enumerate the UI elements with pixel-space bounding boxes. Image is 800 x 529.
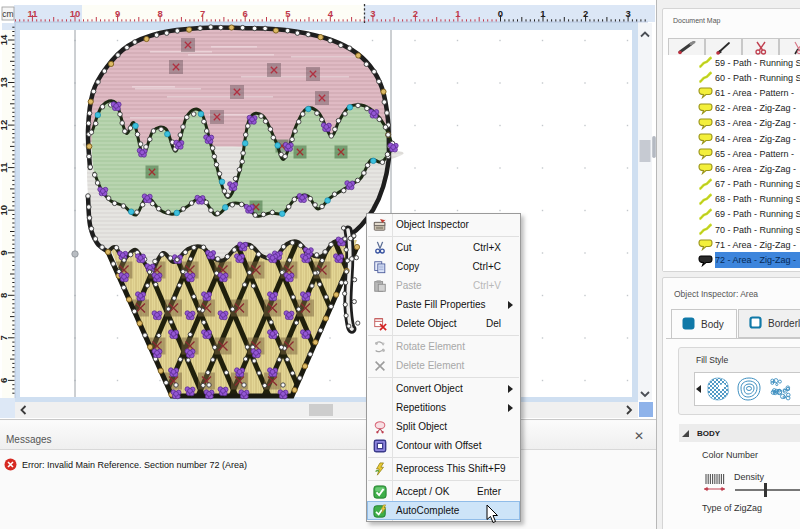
svg-text:10: 10 — [0, 205, 9, 216]
svg-text:cm: cm — [2, 9, 13, 19]
svg-text:3: 3 — [370, 8, 375, 19]
svg-text:14: 14 — [0, 34, 9, 45]
svg-text:2: 2 — [413, 8, 418, 19]
svg-text:13: 13 — [0, 77, 9, 88]
svg-text:12: 12 — [0, 120, 9, 131]
svg-text:11: 11 — [0, 162, 9, 173]
svg-text:1: 1 — [455, 8, 461, 19]
svg-text:1: 1 — [540, 8, 546, 19]
svg-text:3: 3 — [625, 8, 630, 19]
svg-text:5: 5 — [285, 8, 291, 19]
svg-text:6: 6 — [243, 8, 248, 19]
svg-text:6: 6 — [0, 378, 9, 383]
svg-text:11: 11 — [27, 8, 38, 19]
svg-text:8: 8 — [157, 8, 162, 19]
svg-text:7: 7 — [200, 8, 205, 19]
svg-text:10: 10 — [70, 8, 81, 19]
svg-text:8: 8 — [0, 293, 9, 298]
svg-text:7: 7 — [0, 335, 9, 340]
svg-text:4: 4 — [328, 8, 334, 19]
svg-text:0: 0 — [498, 8, 503, 19]
svg-text:2: 2 — [583, 8, 588, 19]
svg-text:9: 9 — [115, 8, 120, 19]
svg-text:9: 9 — [0, 250, 9, 255]
